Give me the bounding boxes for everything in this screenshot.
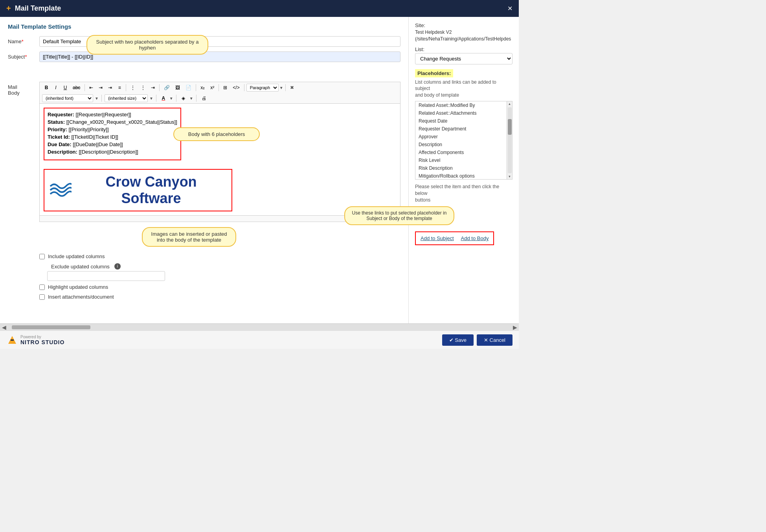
file-button[interactable]: 📄 bbox=[183, 84, 194, 92]
editor-body[interactable]: Requester: [[Requester||Requester]] Stat… bbox=[39, 103, 400, 216]
code-button[interactable]: </> bbox=[230, 84, 242, 92]
align-center-button[interactable]: ⇥ bbox=[96, 84, 105, 92]
title-bar: + Mail Template ✕ bbox=[0, 0, 519, 17]
nitro-logo: Powered by NITRO STUDIO bbox=[6, 334, 64, 346]
scroll-right-button[interactable]: ▶ bbox=[511, 324, 519, 330]
subject-label: Subject* bbox=[8, 51, 39, 60]
scroll-left-button[interactable]: ◀ bbox=[0, 324, 8, 330]
add-buttons-area: Use these links to put selected placehol… bbox=[415, 206, 513, 245]
exclude-updated-row: Exclude updated columns i bbox=[39, 263, 400, 281]
clear-format-button[interactable]: ✖ bbox=[288, 84, 296, 92]
add-to-subject-button[interactable]: Add to Subject bbox=[419, 235, 456, 242]
body-placeholders: Requester: [[Requester||Requester]] Stat… bbox=[44, 108, 181, 160]
table-button[interactable]: ⊞ bbox=[221, 84, 230, 92]
site-value: Test Helpdesk V2(/sites/NehaTraining/App… bbox=[415, 29, 513, 42]
list-label: List: bbox=[415, 46, 513, 52]
save-button[interactable]: ✔ Save bbox=[442, 334, 474, 346]
add-to-body-button[interactable]: Add to Body bbox=[459, 235, 490, 242]
placeholder-requester: Requester: [[Requester||Requester]] bbox=[48, 112, 177, 117]
placeholder-priority: Priority: [[Priority||Priority]] bbox=[48, 127, 177, 132]
site-label: Site: bbox=[415, 22, 513, 28]
image-callout: Images can be inserted or pasted into th… bbox=[142, 227, 236, 247]
body-callout: Body with 6 placeholders bbox=[173, 127, 260, 141]
toolbar-sep-11 bbox=[196, 95, 197, 102]
font-color-button[interactable]: A bbox=[159, 94, 168, 102]
scrollbar[interactable]: ▲ ▼ bbox=[507, 101, 512, 179]
name-input[interactable] bbox=[39, 36, 400, 47]
link-button[interactable]: 🔗 bbox=[162, 84, 172, 92]
placeholder-item-request-date[interactable]: Request Date bbox=[415, 117, 507, 125]
placeholder-item-requester-dept[interactable]: Requester Department bbox=[415, 125, 507, 133]
placeholder-select-desc: Please select the item and then click th… bbox=[415, 183, 513, 203]
placeholder-status: Status: [[Change_x0020_Request_x0020_Sta… bbox=[48, 119, 177, 125]
exclude-columns-input[interactable] bbox=[47, 271, 165, 281]
logo-brand-text: Crow Canyon Software bbox=[75, 174, 228, 207]
image-button[interactable]: 🖼 bbox=[173, 84, 182, 92]
add-buttons-container: Add to Subject Add to Body bbox=[415, 231, 494, 245]
main-content: Mail Template Settings Name* Subject* Su… bbox=[0, 17, 519, 323]
placeholder-desc: List columns and links can be added to s… bbox=[415, 79, 513, 99]
editor-wrap: B I U abc ⇤ ⇥ ⇥ ≡ ⋮ ⋮ ⇥ 🔗 🖼 📄 bbox=[39, 82, 400, 304]
editor-toolbar-row1: B I U abc ⇤ ⇥ ⇥ ≡ ⋮ ⋮ ⇥ 🔗 🖼 📄 bbox=[39, 82, 400, 93]
info-icon[interactable]: i bbox=[114, 263, 121, 270]
print-button[interactable]: 🖨 bbox=[199, 94, 209, 102]
left-panel: Mail Template Settings Name* Subject* Su… bbox=[0, 17, 409, 323]
scroll-down-arrow[interactable]: ▼ bbox=[507, 174, 512, 179]
close-button[interactable]: ✕ bbox=[507, 5, 513, 12]
insert-attachments-row: Insert attachments/document bbox=[39, 294, 400, 300]
toolbar-sep-4 bbox=[196, 84, 196, 91]
name-row: Name* bbox=[8, 36, 400, 47]
placeholder-list: Related Asset::Modified By Related Asset… bbox=[415, 101, 507, 179]
scroll-up-arrow[interactable]: ▲ bbox=[507, 101, 512, 106]
plus-icon: + bbox=[6, 4, 11, 13]
checkbox-area: Include updated columns Exclude updated … bbox=[39, 253, 400, 300]
placeholder-item-affected-components[interactable]: Affected Components bbox=[415, 149, 507, 156]
placeholder-item-mitigation[interactable]: Mitigation/Rollback options bbox=[415, 172, 507, 179]
placeholders-header: Placeholders: bbox=[415, 69, 453, 77]
list-select[interactable]: Change Requests bbox=[415, 53, 513, 64]
subscript-button[interactable]: x₂ bbox=[198, 84, 207, 92]
svg-rect-1 bbox=[11, 339, 14, 341]
italic-button[interactable]: I bbox=[51, 84, 60, 92]
align-justify-button[interactable]: ≡ bbox=[115, 84, 124, 92]
placeholder-item-related-asset-modified[interactable]: Related Asset::Modified By bbox=[415, 101, 507, 109]
horizontal-scrollbar[interactable]: ◀ ▶ bbox=[0, 323, 519, 330]
subject-input[interactable] bbox=[39, 51, 400, 62]
highlight-updated-checkbox[interactable] bbox=[39, 284, 45, 290]
insert-attachments-checkbox[interactable] bbox=[39, 294, 45, 300]
toolbar-sep-8 bbox=[101, 95, 102, 102]
highlight-updated-row: Highlight updated columns bbox=[39, 284, 400, 290]
include-updated-checkbox[interactable] bbox=[39, 254, 45, 259]
insert-attachments-label: Insert attachments/document bbox=[48, 294, 114, 300]
unordered-list-button[interactable]: ⋮ bbox=[128, 84, 138, 92]
placeholder-item-risk-description[interactable]: Risk Description bbox=[415, 164, 507, 172]
placeholder-item-related-asset-attachments[interactable]: Related Asset::Attachments bbox=[415, 109, 507, 117]
placeholder-item-description[interactable]: Description bbox=[415, 141, 507, 149]
name-label: Name* bbox=[8, 36, 39, 44]
font-family-select[interactable]: (inherited font) bbox=[42, 94, 93, 102]
toolbar-sep-9 bbox=[156, 95, 156, 102]
placeholder-item-approver[interactable]: Approver bbox=[415, 133, 507, 141]
scroll-handle[interactable] bbox=[508, 119, 512, 135]
editor-resize-handle[interactable]: ◢ bbox=[39, 216, 400, 222]
placeholder-list-container: Related Asset::Modified By Related Asset… bbox=[415, 101, 513, 180]
nitro-logo-icon bbox=[6, 334, 18, 346]
strikethrough-button[interactable]: abc bbox=[70, 84, 83, 92]
toolbar-sep-5 bbox=[219, 84, 219, 91]
align-left-button[interactable]: ⇤ bbox=[87, 84, 96, 92]
underline-button[interactable]: U bbox=[61, 84, 70, 92]
highlight-button[interactable]: ◈ bbox=[179, 94, 188, 102]
paragraph-select[interactable]: Paragraph bbox=[246, 84, 279, 92]
placeholder-item-risk-level[interactable]: Risk Level bbox=[415, 156, 507, 164]
ordered-list-button[interactable]: ⋮ bbox=[138, 84, 148, 92]
align-right-button[interactable]: ⇥ bbox=[106, 84, 114, 92]
font-size-select[interactable]: (inherited size) bbox=[105, 94, 148, 102]
brand-name-text: NITRO STUDIO bbox=[20, 339, 64, 345]
toolbar-sep-3 bbox=[159, 84, 160, 91]
indent-button[interactable]: ⇥ bbox=[149, 84, 157, 92]
cancel-button[interactable]: ✕ Cancel bbox=[477, 334, 513, 346]
superscript-button[interactable]: x² bbox=[208, 84, 217, 92]
bold-button[interactable]: B bbox=[42, 84, 51, 92]
scroll-track bbox=[508, 107, 512, 173]
include-updated-label: Include updated columns bbox=[48, 253, 105, 259]
